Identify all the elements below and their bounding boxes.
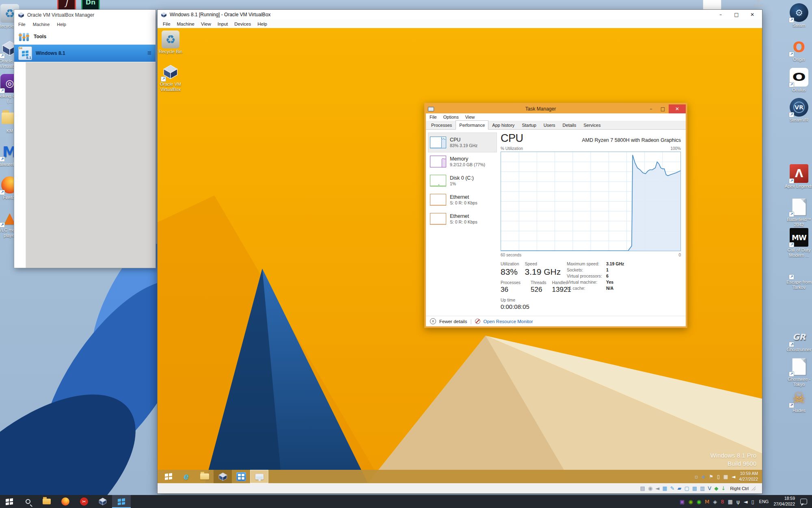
tab[interactable]: Processes [428, 121, 456, 130]
guest-taskbar-item[interactable] [160, 470, 177, 483]
vm-row-menu-icon[interactable]: ≡ [147, 49, 151, 57]
close-button[interactable]: ✕ [669, 104, 686, 113]
language-indicator[interactable]: ENG [759, 499, 769, 504]
status-icon[interactable]: ▰ [677, 486, 681, 491]
desktop-icon[interactable]: MW ↗ Call of Duty Modern ... [784, 228, 812, 258]
guest-taskbar-item[interactable] [195, 470, 214, 483]
minimize-button[interactable]: – [714, 12, 727, 17]
tab[interactable]: Startup [518, 121, 540, 130]
fewer-details-button[interactable]: Fewer details [439, 319, 467, 324]
menu-item[interactable]: Devices [231, 21, 254, 27]
tray-icon[interactable]: ▫ [695, 474, 698, 480]
desktop-icon[interactable]: ↗ Ghostwire - Tokyo [784, 357, 812, 387]
tab[interactable]: App history [488, 121, 518, 130]
maximize-button[interactable]: □ [657, 106, 669, 112]
status-icon[interactable]: ▩ [692, 486, 697, 491]
host-taskbar-item[interactable] [37, 495, 56, 508]
menu-item[interactable]: View [198, 21, 214, 27]
tray-icon[interactable]: ▣ [680, 499, 685, 504]
perf-sidebar-item[interactable]: CPU 83% 3.19 GHz [428, 133, 497, 152]
tray-icon[interactable]: 8 [721, 499, 724, 504]
menu-item[interactable]: Machine [174, 21, 198, 27]
tray-icon[interactable]: ψ [736, 499, 740, 504]
status-icon[interactable]: ▥ [700, 486, 705, 491]
status-icon[interactable]: ↓ [721, 486, 726, 491]
desktop-icon[interactable]: O ↗ Origin [784, 37, 812, 62]
uptime-stat: Up time 0:00:08:05 [501, 297, 681, 310]
tab[interactable]: Users [540, 121, 559, 130]
guest-taskbar-item[interactable] [250, 470, 268, 483]
tray-icon[interactable]: ▯ [751, 499, 754, 504]
status-icon[interactable]: ◆ [714, 486, 718, 491]
perf-sidebar-item[interactable]: Memory 9.2/12.0 GB (77%) [428, 152, 497, 171]
menu-item[interactable]: Machine [33, 22, 50, 27]
menu-item[interactable]: View [465, 115, 475, 119]
tab[interactable]: Details [559, 121, 580, 130]
perf-sidebar-item[interactable]: Ethernet S: 0 R: 0 Kbps [428, 209, 497, 228]
tray-icon[interactable]: ▦ [728, 499, 733, 504]
icon-glyph: ◎ [6, 78, 14, 89]
perf-sidebar-item[interactable]: Disk 0 (C:) 1% [428, 171, 497, 190]
tab[interactable]: Performance [456, 120, 488, 130]
status-icon[interactable]: V [708, 486, 711, 491]
tray-icon[interactable]: M [705, 499, 709, 504]
desktop-icon[interactable]: Λ ↗ Apex Legends [784, 164, 812, 189]
desktop-icon[interactable]: O ↗ Oculus [784, 68, 812, 93]
tray-icon[interactable]: ◄ [743, 499, 747, 504]
maximize-button[interactable]: □ [730, 12, 743, 17]
resize-grip[interactable] [752, 486, 756, 491]
minimize-button[interactable]: – [645, 106, 657, 112]
desktop-icon[interactable]: ↗ Oracle VM VirtualBox [158, 63, 185, 92]
status-icon[interactable]: ✎ [670, 486, 675, 491]
host-taskbar-item[interactable] [112, 495, 131, 508]
host-clock[interactable]: 18:59 27/04/2022 [773, 496, 795, 507]
menu-item[interactable]: File [160, 21, 174, 27]
guest-clock[interactable]: 10:59 AM 4/27/2022 [739, 471, 758, 482]
tray-icon[interactable]: ◈ [713, 499, 717, 504]
perf-item-name: Ethernet [450, 194, 477, 200]
menu-item[interactable]: Help [254, 21, 270, 27]
desktop-icon-label: Ghostrunner [784, 347, 812, 352]
perf-sidebar-item[interactable]: Ethernet S: 0 R: 0 Kbps [428, 190, 497, 209]
desktop-icon[interactable]: VR ↗ SteamVR [784, 98, 812, 123]
host-taskbar-item[interactable] [19, 495, 37, 508]
desktop-icon[interactable]: ⚙ ↗ Steam [784, 3, 812, 28]
guest-taskbar-item[interactable]: e [177, 470, 195, 483]
guest-taskbar-item[interactable] [232, 470, 250, 483]
menu-item[interactable]: Help [57, 22, 66, 27]
tray-icon[interactable]: ◉ [688, 499, 693, 504]
window-title: Windows 8.1 [Running] - Oracle VM Virtua… [170, 12, 271, 17]
tray-icon[interactable]: ▯ [717, 474, 720, 480]
shortcut-arrow-icon: ↗ [789, 371, 794, 377]
menu-item[interactable]: File [430, 115, 437, 119]
open-resource-monitor-link[interactable]: Open Resource Monitor [484, 319, 533, 324]
desktop-icon[interactable]: GR ↗ Ghostrunner [784, 328, 812, 352]
vm-list-item-windows81[interactable]: 64 8.1 Windows 8.1 → Running ≡ [14, 45, 155, 62]
tray-icon[interactable]: ◆ [702, 474, 705, 480]
menu-item[interactable]: Options [443, 115, 459, 119]
status-icon[interactable]: ◄ [655, 486, 659, 491]
tray-icon[interactable]: ◄ [732, 474, 735, 480]
host-taskbar-item[interactable]: ✂ [75, 495, 93, 508]
host-taskbar-item[interactable] [0, 495, 19, 508]
status-icon[interactable]: ▦ [662, 486, 667, 491]
tools-header[interactable]: Tools [14, 28, 155, 45]
tray-icon[interactable]: ⚑ [709, 474, 713, 480]
desktop-icon[interactable]: ↗ Battlefield™ 2042 [784, 198, 812, 227]
tray-icon[interactable]: ◉ [697, 499, 701, 504]
status-icon[interactable]: ▢ [684, 486, 689, 491]
close-button[interactable]: ✕ [746, 12, 759, 17]
desktop-icon[interactable]: ♻ Recycle Bin [158, 30, 185, 54]
desktop-icon[interactable]: ↗ Escape from Tarkov [784, 260, 812, 290]
guest-taskbar-item[interactable] [214, 470, 232, 483]
status-icon[interactable]: ◉ [648, 486, 652, 491]
menu-item[interactable]: Input [214, 21, 231, 27]
notification-icon[interactable] [800, 499, 807, 504]
status-icon[interactable]: ▤ [640, 486, 645, 491]
tray-icon[interactable]: ▦ [723, 474, 728, 480]
host-taskbar-item[interactable] [56, 495, 75, 508]
host-taskbar-item[interactable] [93, 495, 112, 508]
tab[interactable]: Services [580, 121, 604, 130]
desktop-icon[interactable]: ☠ ↗ Hades [784, 389, 812, 413]
menu-item[interactable]: File [18, 22, 26, 27]
